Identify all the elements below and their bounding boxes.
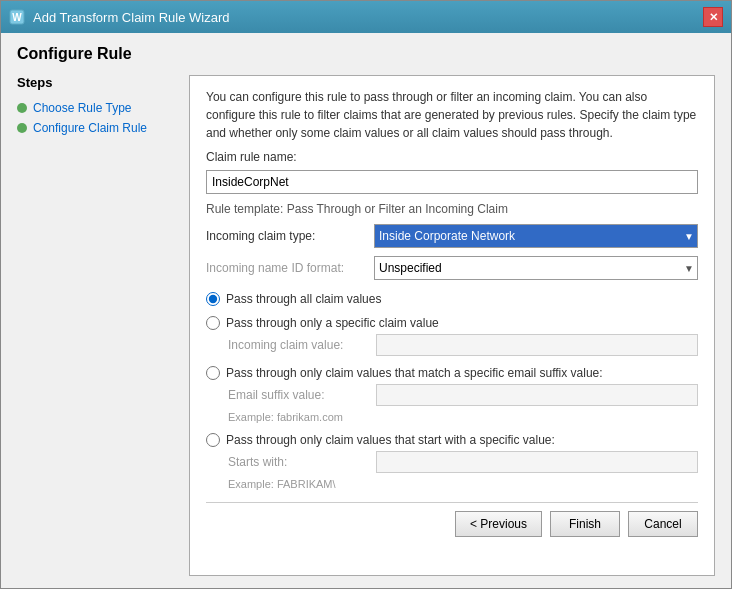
window-title: Add Transform Claim Rule Wizard bbox=[33, 10, 230, 25]
cancel-button[interactable]: Cancel bbox=[628, 511, 698, 537]
claim-rule-name-label: Claim rule name: bbox=[206, 150, 698, 164]
sub-label-claim-value: Incoming claim value: bbox=[228, 338, 368, 352]
incoming-claim-type-select[interactable]: Inside Corporate Network bbox=[374, 224, 698, 248]
email-suffix-input[interactable] bbox=[376, 384, 698, 406]
title-bar-left: W Add Transform Claim Rule Wizard bbox=[9, 9, 230, 25]
claim-rule-name-section: Claim rule name: bbox=[206, 150, 698, 194]
main-panel: You can configure this rule to pass thro… bbox=[189, 75, 715, 576]
sub-label-starts-with: Starts with: bbox=[228, 455, 368, 469]
radio-label-pass-starts-with: Pass through only claim values that star… bbox=[226, 433, 555, 447]
example-email-suffix: Example: fabrikam.com bbox=[206, 411, 698, 423]
previous-button[interactable]: < Previous bbox=[455, 511, 542, 537]
rule-template-text: Rule template: Pass Through or Filter an… bbox=[206, 202, 698, 216]
radio-item-pass-email-suffix: Pass through only claim values that matc… bbox=[206, 366, 698, 423]
wizard-icon: W bbox=[9, 9, 25, 25]
sidebar-item-choose-rule-type[interactable]: Choose Rule Type bbox=[17, 98, 177, 118]
radio-row-pass-specific: Pass through only a specific claim value bbox=[206, 316, 698, 330]
incoming-claim-type-label: Incoming claim type: bbox=[206, 229, 366, 243]
radio-label-pass-specific: Pass through only a specific claim value bbox=[226, 316, 439, 330]
radio-row-pass-email-suffix: Pass through only claim values that matc… bbox=[206, 366, 698, 380]
radio-item-pass-all: Pass through all claim values bbox=[206, 292, 698, 306]
incoming-name-id-format-wrapper: Unspecified ▼ bbox=[374, 256, 698, 280]
window-body: Configure Rule Steps Choose Rule Type Co… bbox=[1, 33, 731, 588]
radio-label-pass-all: Pass through all claim values bbox=[226, 292, 381, 306]
sidebar-item-label-1: Choose Rule Type bbox=[33, 101, 132, 115]
svg-text:W: W bbox=[12, 12, 22, 23]
wizard-window: W Add Transform Claim Rule Wizard ✕ Conf… bbox=[0, 0, 732, 589]
claim-rule-name-input[interactable] bbox=[206, 170, 698, 194]
radio-item-pass-specific: Pass through only a specific claim value… bbox=[206, 316, 698, 356]
sidebar-item-label-2: Configure Claim Rule bbox=[33, 121, 147, 135]
content-area: Steps Choose Rule Type Configure Claim R… bbox=[17, 75, 715, 576]
radio-item-pass-starts-with: Pass through only claim values that star… bbox=[206, 433, 698, 490]
rule-template-label: Rule template: Pass Through or Filter an… bbox=[206, 202, 508, 216]
radio-pass-all[interactable] bbox=[206, 292, 220, 306]
finish-button[interactable]: Finish bbox=[550, 511, 620, 537]
incoming-name-id-format-select[interactable]: Unspecified bbox=[374, 256, 698, 280]
radio-pass-email-suffix[interactable] bbox=[206, 366, 220, 380]
footer: < Previous Finish Cancel bbox=[206, 502, 698, 541]
radio-group: Pass through all claim values Pass throu… bbox=[206, 292, 698, 490]
close-button[interactable]: ✕ bbox=[703, 7, 723, 27]
radio-pass-starts-with[interactable] bbox=[206, 433, 220, 447]
incoming-name-id-format-row: Incoming name ID format: Unspecified ▼ bbox=[206, 256, 698, 280]
example-starts-with: Example: FABRIKAM\ bbox=[206, 478, 698, 490]
sub-label-email-suffix: Email suffix value: bbox=[228, 388, 368, 402]
description-text: You can configure this rule to pass thro… bbox=[206, 88, 698, 142]
incoming-claim-type-wrapper: Inside Corporate Network ▼ bbox=[374, 224, 698, 248]
incoming-name-id-format-label: Incoming name ID format: bbox=[206, 261, 366, 275]
incoming-claim-type-row: Incoming claim type: Inside Corporate Ne… bbox=[206, 224, 698, 248]
step-dot-1 bbox=[17, 103, 27, 113]
incoming-claim-value-input[interactable] bbox=[376, 334, 698, 356]
sub-field-starts-with: Starts with: bbox=[206, 451, 698, 473]
step-dot-2 bbox=[17, 123, 27, 133]
title-bar: W Add Transform Claim Rule Wizard ✕ bbox=[1, 1, 731, 33]
radio-label-pass-email-suffix: Pass through only claim values that matc… bbox=[226, 366, 603, 380]
sub-field-email-suffix: Email suffix value: bbox=[206, 384, 698, 406]
sidebar: Steps Choose Rule Type Configure Claim R… bbox=[17, 75, 177, 576]
sidebar-heading: Steps bbox=[17, 75, 177, 90]
starts-with-input[interactable] bbox=[376, 451, 698, 473]
radio-pass-specific[interactable] bbox=[206, 316, 220, 330]
page-title: Configure Rule bbox=[17, 45, 715, 63]
radio-row-pass-starts-with: Pass through only claim values that star… bbox=[206, 433, 698, 447]
sub-field-specific: Incoming claim value: bbox=[206, 334, 698, 356]
radio-row-pass-all: Pass through all claim values bbox=[206, 292, 698, 306]
sidebar-item-configure-claim-rule[interactable]: Configure Claim Rule bbox=[17, 118, 177, 138]
